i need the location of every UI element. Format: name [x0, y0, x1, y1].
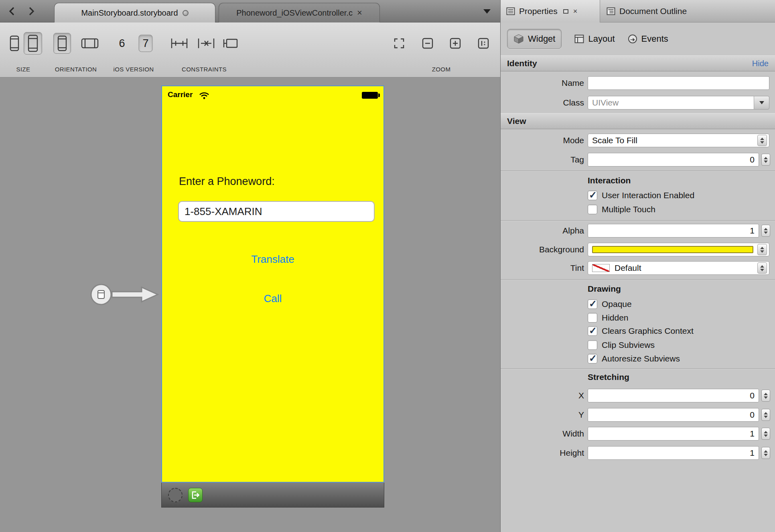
- height-stepper[interactable]: [761, 447, 770, 459]
- back-arrow-icon[interactable]: [3, 0, 21, 22]
- exit-segue-icon[interactable]: [188, 488, 203, 502]
- width-input[interactable]: 1: [588, 427, 759, 441]
- mode-value: Scale To Fill: [592, 136, 637, 145]
- hidden-checkbox[interactable]: [588, 313, 597, 323]
- dropdown-arrows-icon: [757, 135, 767, 146]
- clears-graphics-context-row: Clears Graphics Context: [588, 326, 694, 336]
- opaque-checkbox[interactable]: [588, 299, 597, 309]
- panel-tab-bar: Properties × Document Outline: [501, 0, 775, 22]
- close-panel-icon[interactable]: ×: [573, 7, 578, 16]
- ios6-button[interactable]: 6: [119, 37, 125, 50]
- stretching-width-row: Width 1: [501, 427, 775, 441]
- zoom-out-icon[interactable]: [422, 37, 434, 49]
- y-input[interactable]: 0: [588, 408, 759, 422]
- stretching-x-row: X 0: [501, 389, 775, 402]
- zoom-in-icon[interactable]: [449, 37, 461, 49]
- height-value: 1: [750, 448, 755, 458]
- autoresize-subviews-checkbox[interactable]: [588, 354, 597, 363]
- mode-widget-button[interactable]: Widget: [507, 29, 562, 49]
- class-combo-input[interactable]: UIView: [588, 96, 754, 110]
- class-label: Class: [501, 96, 584, 110]
- zoom-fullscreen-icon[interactable]: [393, 37, 405, 49]
- user-interaction-enabled-checkbox[interactable]: [588, 191, 597, 200]
- width-stepper[interactable]: [761, 428, 770, 440]
- constraints-group-label: CONSTRAINTS: [182, 66, 227, 73]
- mode-dropdown[interactable]: Scale To Fill: [588, 134, 769, 147]
- layout-icon: [574, 35, 584, 43]
- orientation-portrait-button[interactable]: [53, 33, 71, 54]
- translate-button[interactable]: Translate: [162, 253, 383, 266]
- user-interaction-enabled-row: User Interaction Enabled: [588, 190, 694, 201]
- forward-arrow-icon[interactable]: [22, 0, 40, 22]
- y-stepper[interactable]: [761, 409, 770, 421]
- size-phone-large-button[interactable]: [24, 32, 42, 55]
- x-input[interactable]: 0: [588, 389, 759, 402]
- initial-view-controller-arrow[interactable]: [89, 280, 162, 309]
- view-controller-screen[interactable]: Carrier Enter a Phoneword: 1-855-XAMARIN…: [161, 85, 384, 483]
- modified-indicator-icon: [183, 10, 189, 16]
- widget-cube-icon: [513, 34, 524, 44]
- y-value: 0: [750, 410, 755, 420]
- constraint-width-icon[interactable]: [170, 37, 188, 50]
- first-responder-icon[interactable]: [168, 488, 183, 502]
- name-input[interactable]: [588, 76, 769, 90]
- tab-mainstoryboard[interactable]: MainStoryboard.storyboard: [54, 3, 215, 22]
- separator: [501, 279, 775, 280]
- mode-events-button[interactable]: Events: [628, 34, 668, 44]
- tint-value: Default: [615, 263, 641, 273]
- view-title: View: [507, 116, 526, 126]
- multiple-touch-checkbox[interactable]: [588, 205, 597, 214]
- close-tab-icon[interactable]: ×: [357, 8, 362, 17]
- hidden-row: Hidden: [588, 313, 629, 323]
- background-label: Background: [501, 243, 584, 256]
- clip-subviews-row: Clip Subviews: [588, 340, 655, 350]
- checkbox-label: Multiple Touch: [602, 205, 655, 214]
- tab-document-outline[interactable]: Document Outline: [601, 0, 692, 22]
- x-stepper[interactable]: [761, 390, 770, 402]
- phone-number-field[interactable]: 1-855-XAMARIN: [178, 201, 375, 222]
- class-dropdown-button[interactable]: [754, 96, 769, 110]
- wifi-icon: [199, 91, 209, 100]
- background-color-dropdown[interactable]: [588, 243, 769, 256]
- constraint-frame-icon[interactable]: [223, 37, 239, 50]
- alpha-stepper[interactable]: [761, 225, 770, 237]
- document-outline-icon: [607, 7, 615, 15]
- carrier-label: Carrier: [168, 90, 193, 99]
- alpha-value: 1: [750, 226, 755, 236]
- tab-properties-label: Properties: [519, 6, 558, 16]
- call-button[interactable]: Call: [162, 292, 383, 305]
- hide-link[interactable]: Hide: [752, 59, 769, 68]
- tag-input[interactable]: 0: [588, 153, 759, 167]
- ios7-button[interactable]: 7: [138, 35, 152, 52]
- separator: [501, 368, 775, 369]
- background-row: Background: [501, 243, 775, 256]
- battery-icon: [362, 92, 378, 99]
- mode-events-label: Events: [641, 34, 668, 44]
- size-group-label: SIZE: [16, 66, 30, 73]
- tab-viewcontroller[interactable]: Phoneword_iOSViewController.c ×: [219, 3, 380, 22]
- tab-label: MainStoryboard.storyboard: [81, 8, 178, 18]
- tab-properties[interactable]: Properties ×: [501, 0, 600, 22]
- clip-subviews-checkbox[interactable]: [588, 340, 597, 350]
- phoneword-label[interactable]: Enter a Phoneword:: [179, 175, 275, 188]
- height-input[interactable]: 1: [588, 446, 759, 460]
- zoom-actual-size-icon[interactable]: [477, 37, 489, 49]
- tag-stepper[interactable]: [761, 154, 770, 166]
- design-canvas[interactable]: Carrier Enter a Phoneword: 1-855-XAMARIN…: [0, 78, 500, 532]
- phone-number-value: 1-855-XAMARIN: [185, 205, 262, 218]
- alpha-input[interactable]: 1: [588, 224, 759, 238]
- checkbox-label: Opaque: [602, 299, 632, 309]
- tint-dropdown[interactable]: Default: [588, 261, 769, 275]
- view-controller-bottom-bar: [161, 483, 384, 508]
- checkbox-label: Autoresize Subviews: [602, 354, 680, 363]
- stretching-height-row: Height 1: [501, 446, 775, 460]
- orientation-landscape-button[interactable]: [81, 38, 99, 49]
- mode-layout-button[interactable]: Layout: [574, 34, 615, 44]
- tab-overflow-icon[interactable]: [483, 0, 491, 22]
- size-phone-small-button[interactable]: [10, 35, 19, 51]
- stretching-title: Stretching: [588, 372, 629, 382]
- clears-graphics-context-checkbox[interactable]: [588, 326, 597, 336]
- undock-panel-icon[interactable]: [563, 9, 568, 14]
- constraint-remove-icon[interactable]: [197, 37, 215, 50]
- view-controller: Carrier Enter a Phoneword: 1-855-XAMARIN…: [161, 85, 384, 508]
